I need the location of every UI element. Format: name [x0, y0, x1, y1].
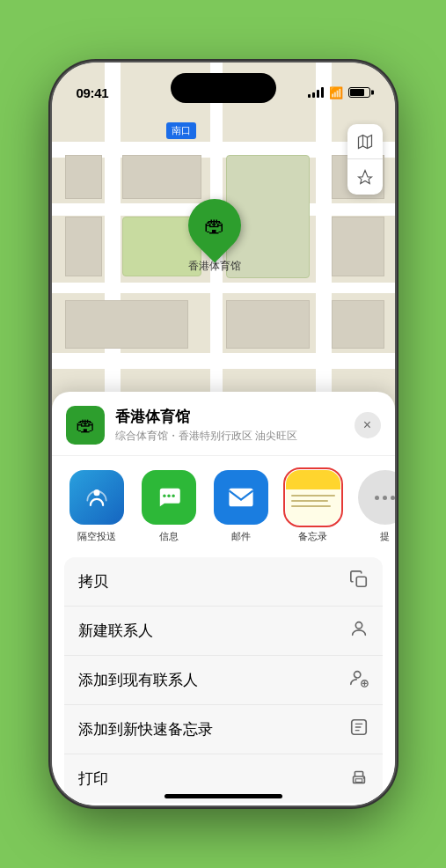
messages-icon: [142, 470, 196, 525]
svg-point-3: [172, 495, 174, 497]
messages-label: 信息: [159, 530, 179, 543]
add-notes-icon: [349, 717, 369, 741]
mail-icon: [214, 470, 268, 525]
close-icon: ×: [363, 417, 371, 433]
home-indicator: [165, 794, 282, 798]
svg-rect-5: [356, 577, 366, 586]
action-print-label: 打印: [78, 769, 108, 789]
action-add-existing[interactable]: 添加到现有联系人: [64, 656, 383, 705]
share-item-messages[interactable]: 信息: [138, 470, 200, 543]
svg-point-6: [355, 622, 362, 629]
action-new-contact[interactable]: 新建联系人: [64, 607, 383, 656]
map-controls: [347, 124, 383, 195]
venue-name: 香港体育馆: [115, 407, 355, 427]
venue-icon: 🏟: [66, 406, 105, 445]
map-label: 南口: [166, 122, 196, 139]
dynamic-island: [171, 73, 276, 103]
add-existing-icon: [349, 668, 369, 692]
print-icon: [349, 767, 369, 791]
copy-icon: [349, 570, 369, 593]
mail-label: 邮件: [231, 530, 251, 543]
battery-icon: [348, 87, 370, 98]
action-add-existing-label: 添加到现有联系人: [78, 670, 198, 690]
status-icons: 📶: [308, 86, 370, 99]
airdrop-label: 隔空投送: [77, 530, 116, 543]
bottom-sheet: 🏟 香港体育馆 综合体育馆・香港特别行政区 油尖旺区 ×: [52, 392, 395, 805]
venue-info: 香港体育馆 综合体育馆・香港特别行政区 油尖旺区: [115, 407, 355, 444]
share-item-notes[interactable]: 备忘录: [282, 470, 344, 543]
signal-icon: [308, 87, 324, 98]
close-button[interactable]: ×: [355, 412, 381, 438]
marker-emoji: 🏟: [204, 213, 225, 238]
phone-screen: 09:41 📶 南口: [52, 63, 395, 805]
wifi-icon: 📶: [329, 86, 343, 99]
share-row: 隔空投送 信息: [52, 456, 395, 557]
action-list: 拷贝 新建联系人: [64, 557, 383, 803]
phone-frame: 09:41 📶 南口: [52, 63, 395, 805]
map-type-button[interactable]: [347, 124, 383, 159]
svg-point-12: [362, 777, 364, 779]
share-item-mail[interactable]: 邮件: [210, 470, 272, 543]
action-add-notes-label: 添加到新快速备忘录: [78, 719, 213, 739]
sheet-header: 🏟 香港体育馆 综合体育馆・香港特别行政区 油尖旺区 ×: [52, 392, 395, 456]
action-new-contact-label: 新建联系人: [78, 621, 153, 641]
marker-pin: 🏟: [177, 188, 252, 263]
svg-rect-4: [229, 489, 252, 506]
share-item-airdrop[interactable]: 隔空投送: [66, 470, 128, 543]
svg-rect-11: [355, 779, 362, 783]
status-time: 09:41: [77, 85, 109, 100]
more-icon: [358, 470, 395, 525]
share-item-more[interactable]: 提: [355, 470, 395, 543]
venue-subtitle: 综合体育馆・香港特别行政区 油尖旺区: [115, 429, 355, 444]
more-label: 提: [380, 530, 390, 543]
svg-point-1: [163, 495, 165, 497]
new-contact-icon: [349, 619, 369, 643]
svg-point-7: [354, 672, 360, 678]
notes-label: 备忘录: [298, 530, 327, 543]
map-label-text: 南口: [172, 125, 191, 136]
airdrop-icon: [69, 470, 124, 525]
notes-icon: [286, 470, 340, 525]
svg-point-2: [167, 495, 170, 497]
location-button[interactable]: [347, 159, 383, 195]
action-add-notes[interactable]: 添加到新快速备忘录: [64, 705, 383, 754]
action-copy[interactable]: 拷贝: [64, 557, 383, 607]
action-copy-label: 拷贝: [78, 571, 108, 592]
stadium-marker[interactable]: 🏟 香港体育馆: [188, 199, 241, 274]
